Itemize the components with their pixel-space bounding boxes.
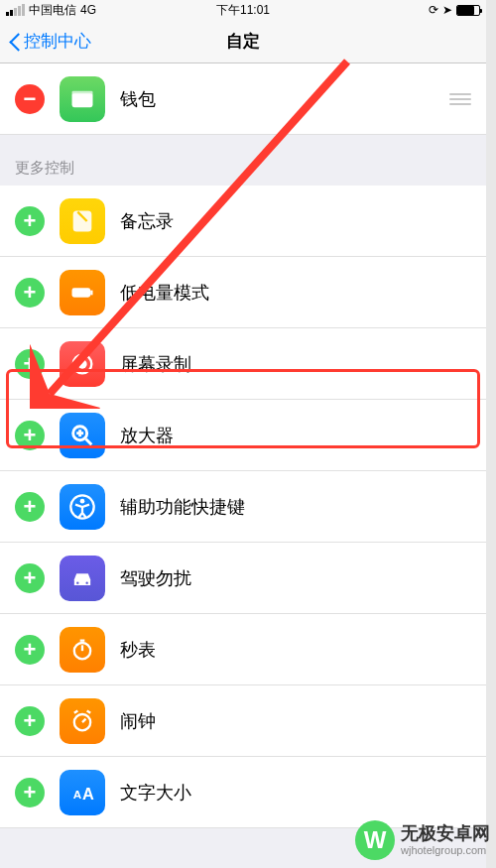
row-label: 秒表 (120, 638, 156, 662)
row-label: 辅助功能快捷键 (120, 495, 245, 519)
svg-line-8 (86, 438, 92, 444)
stopwatch-icon (60, 627, 105, 673)
svg-line-20 (74, 710, 78, 712)
rotation-lock-icon: ⟳ (429, 3, 438, 17)
drag-handle-icon[interactable] (449, 93, 471, 105)
add-button[interactable]: + (15, 421, 45, 450)
watermark-brand: 无极安卓网 (401, 824, 490, 844)
more-row-textsize[interactable]: + AA 文字大小 (0, 757, 486, 828)
signal-icon (6, 4, 25, 16)
row-label: 闹钟 (120, 709, 156, 733)
svg-line-19 (82, 718, 86, 722)
svg-text:A: A (82, 785, 94, 803)
more-row-dnd[interactable]: + 驾驶勿扰 (0, 543, 486, 614)
add-button[interactable]: + (15, 492, 45, 522)
svg-line-21 (87, 710, 91, 712)
watermark-url: wjhotelgroup.com (401, 844, 490, 856)
row-label: 放大器 (120, 424, 174, 447)
location-icon: ➤ (442, 3, 452, 17)
clock-label: 下午11:01 (216, 2, 270, 19)
annotation-arrow-icon (30, 52, 367, 409)
textsize-icon: AA (60, 770, 105, 815)
more-row-alarm[interactable]: + 闹钟 (0, 685, 486, 757)
more-row-stopwatch[interactable]: + 秒表 (0, 614, 486, 685)
page-title: 自定 (226, 30, 260, 53)
svg-line-24 (50, 62, 347, 394)
accessibility-icon (60, 484, 105, 530)
add-button[interactable]: + (15, 635, 45, 665)
back-label: 控制中心 (24, 30, 91, 53)
more-row-accessibility[interactable]: + 辅助功能快捷键 (0, 471, 486, 543)
car-icon (60, 556, 105, 601)
svg-point-12 (80, 498, 85, 503)
svg-point-14 (86, 581, 88, 583)
row-label: 文字大小 (120, 781, 191, 805)
watermark: W 无极安卓网 wjhotelgroup.com (355, 820, 490, 860)
add-button[interactable]: + (15, 706, 45, 736)
magnifier-icon (60, 413, 105, 458)
svg-text:A: A (73, 787, 82, 800)
add-button[interactable]: + (15, 778, 45, 807)
side-strip (486, 0, 496, 868)
row-label: 驾驶勿扰 (120, 566, 191, 590)
alarm-icon (60, 698, 105, 744)
carrier-label: 中国电信 (29, 2, 76, 19)
status-bar: 中国电信 4G 下午11:01 ⟳ ➤ (0, 0, 486, 20)
chevron-left-icon (8, 32, 20, 52)
battery-icon (456, 5, 480, 16)
more-row-magnifier[interactable]: + 放大器 (0, 400, 486, 471)
svg-point-13 (76, 581, 78, 583)
add-button[interactable]: + (15, 563, 45, 593)
watermark-logo-icon: W (355, 820, 395, 860)
back-button[interactable]: 控制中心 (0, 30, 91, 53)
network-label: 4G (80, 3, 96, 17)
